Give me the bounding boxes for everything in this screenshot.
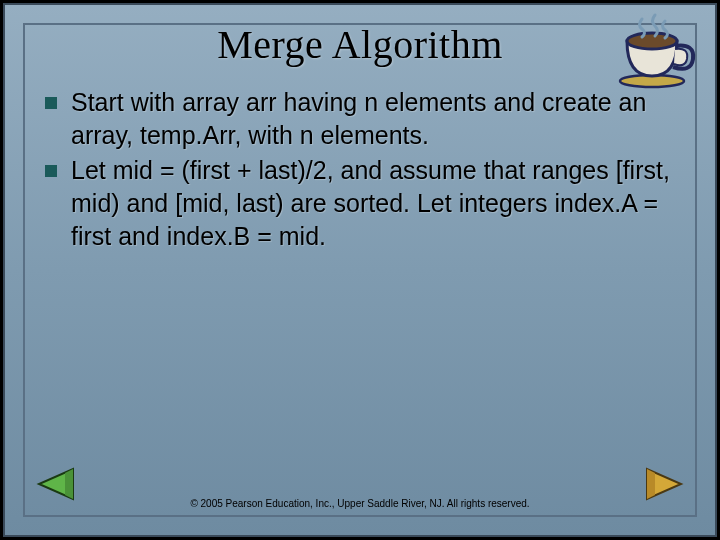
slide: Merge Algorithm Start with array arr hav… <box>3 3 717 537</box>
bullet-square-icon <box>45 165 57 177</box>
bullet-square-icon <box>45 97 57 109</box>
coffee-cup-icon <box>607 11 697 91</box>
bullet-text: Let mid = (first + last)/2, and assume t… <box>71 154 677 253</box>
bullet-item: Let mid = (first + last)/2, and assume t… <box>43 154 677 253</box>
arrow-right-icon <box>643 465 687 503</box>
svg-point-1 <box>627 33 677 49</box>
bullet-text: Start with array arr having n elements a… <box>71 86 677 152</box>
copyright-footer: © 2005 Pearson Education, Inc., Upper Sa… <box>5 498 715 509</box>
nav-forward-button[interactable] <box>643 465 687 507</box>
nav-back-button[interactable] <box>33 465 77 507</box>
arrow-left-icon <box>33 465 77 503</box>
bullet-item: Start with array arr having n elements a… <box>43 86 677 152</box>
slide-content: Start with array arr having n elements a… <box>5 68 715 253</box>
